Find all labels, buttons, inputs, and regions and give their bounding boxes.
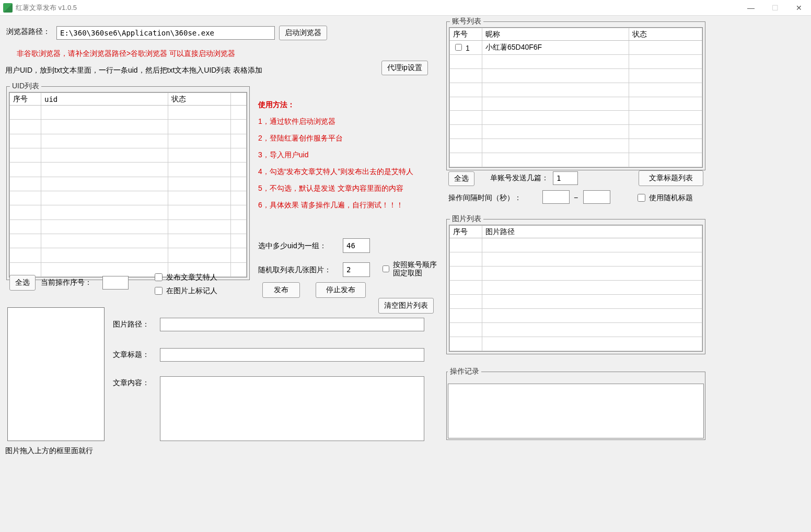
publish-button[interactable]: 发布 (262, 282, 300, 298)
rand-images-label: 随机取列表几张图片： (258, 265, 331, 275)
table-row[interactable] (10, 120, 247, 134)
uid-import-hint: 用户UID，放到txt文本里面，一行一条uid，然后把txt文本拖入UID列表 … (5, 66, 262, 75)
table-row[interactable]: 1小红薯65D40F6F (450, 41, 702, 55)
image-path-input[interactable] (160, 318, 424, 331)
table-row[interactable] (10, 134, 247, 148)
close-button[interactable]: ✕ (787, 0, 811, 15)
table-row[interactable] (10, 248, 247, 262)
img-col-index[interactable]: 序号 (450, 226, 482, 238)
log-legend: 操作记录 (448, 367, 481, 376)
table-row[interactable] (450, 54, 702, 68)
usage-step: 3，导入用户uid (258, 151, 436, 160)
table-row[interactable] (450, 323, 702, 337)
uid-table[interactable]: 序号 uid 状态 (9, 92, 247, 277)
article-title-label: 文章标题： (113, 350, 149, 360)
table-row[interactable] (450, 267, 702, 281)
rand-images-input[interactable] (343, 262, 370, 277)
uid-col-uid[interactable]: uid (41, 93, 168, 106)
account-list-legend: 账号列表 (450, 17, 483, 26)
uid-col-status[interactable]: 状态 (168, 93, 231, 106)
uid-col-index[interactable]: 序号 (10, 93, 41, 106)
app-icon (3, 3, 13, 13)
minimize-button[interactable]: — (739, 0, 763, 15)
interval-dash: − (574, 193, 578, 202)
account-select-all-button[interactable]: 全选 (448, 171, 474, 186)
interval-from-input[interactable] (542, 190, 570, 204)
acct-col-nick[interactable]: 昵称 (482, 28, 629, 41)
interval-label: 操作间隔时间（秒）： (448, 193, 522, 203)
image-path-label: 图片路径： (113, 320, 149, 329)
article-content-label: 文章内容： (113, 378, 149, 388)
image-list-legend: 图片列表 (450, 214, 483, 224)
window-title: 红薯文章发布 v1.0.5 (16, 3, 739, 13)
per-account-input[interactable] (553, 171, 578, 185)
account-list-group: 账号列表 序号 昵称 状态 1小红薯65D40F6F (446, 17, 705, 170)
group-size-label: 选中多少uid为一组： (258, 241, 327, 251)
table-row[interactable] (450, 309, 702, 323)
usage-step: 4，勾选“发布文章艾特人”则发布出去的是艾特人 (258, 167, 436, 177)
uid-list-group: UID列表 序号 uid 状态 (6, 82, 250, 280)
table-row[interactable] (450, 83, 702, 97)
account-table[interactable]: 序号 昵称 状态 1小红薯65D40F6F (449, 28, 702, 167)
clear-image-list-button[interactable]: 清空图片列表 (378, 298, 434, 314)
mark-image-checkbox[interactable]: 在图片上标记人 (153, 285, 217, 296)
title-list-button[interactable]: 文章标题列表 (639, 170, 703, 186)
launch-browser-button[interactable]: 启动浏览器 (279, 26, 327, 40)
table-row[interactable] (10, 163, 247, 177)
image-drop-hint: 图片拖入上方的框里面就行 (5, 446, 93, 456)
per-account-label: 单账号发送几篇： (490, 174, 549, 183)
usage-block: 使用方法： 1，通过软件启动浏览器2，登陆红薯创作服务平台3，导入用户uid4，… (258, 100, 436, 217)
log-group: 操作记录 (446, 367, 705, 440)
current-index-label: 当前操作序号： (41, 278, 92, 287)
acct-col-status[interactable]: 状态 (629, 28, 702, 41)
stop-publish-button[interactable]: 停止发布 (316, 282, 366, 298)
table-row[interactable] (10, 177, 247, 191)
table-row[interactable] (450, 139, 702, 153)
table-row[interactable] (10, 148, 247, 162)
interval-to-input[interactable] (583, 190, 610, 204)
group-size-input[interactable] (343, 238, 370, 253)
table-row[interactable] (450, 125, 702, 139)
usage-step: 2，登陆红薯创作服务平台 (258, 134, 436, 143)
table-row[interactable] (450, 295, 702, 309)
table-row[interactable] (450, 111, 702, 125)
browser-path-input[interactable] (56, 26, 275, 40)
image-drop-area[interactable] (7, 307, 105, 441)
titlebar: 红薯文章发布 v1.0.5 — ☐ ✕ (0, 0, 811, 16)
table-row[interactable] (450, 68, 702, 83)
usage-step: 6，具体效果 请多操作几遍，自行测试！！！ (258, 201, 436, 210)
table-row[interactable] (10, 191, 247, 205)
table-row[interactable] (10, 205, 247, 219)
maximize-button[interactable]: ☐ (763, 0, 787, 15)
current-index-input[interactable] (102, 276, 129, 290)
table-row[interactable] (450, 337, 702, 351)
uid-list-legend: UID列表 (10, 82, 41, 91)
article-title-input[interactable] (160, 348, 424, 362)
usage-step: 5，不勾选，默认是发送 文章内容里面的内容 (258, 184, 436, 193)
random-title-checkbox[interactable]: 使用随机标题 (635, 192, 693, 203)
article-content-textarea[interactable] (160, 376, 424, 441)
usage-title: 使用方法： (258, 100, 436, 110)
fixed-order-checkbox[interactable]: 按照账号顺序固定取图 (380, 260, 439, 277)
table-row[interactable] (450, 281, 702, 295)
image-table[interactable]: 序号 图片路径 (449, 225, 702, 351)
table-row[interactable] (10, 106, 247, 120)
table-row[interactable] (450, 153, 702, 167)
uid-select-all-button[interactable]: 全选 (9, 275, 36, 291)
table-row[interactable] (450, 252, 702, 267)
table-row[interactable] (450, 97, 702, 111)
img-col-path[interactable]: 图片路径 (482, 226, 702, 238)
table-row[interactable] (450, 238, 702, 252)
table-row[interactable] (10, 219, 247, 234)
usage-step: 1，通过软件启动浏览器 (258, 117, 436, 126)
proxy-settings-button[interactable]: 代理ip设置 (381, 61, 428, 75)
browser-hint-text: 非谷歌浏览器，请补全浏览器路径>谷歌浏览器 可以直接启动浏览器 (17, 49, 235, 59)
row-checkbox[interactable] (455, 44, 462, 51)
table-row[interactable] (10, 234, 247, 248)
log-textarea[interactable] (448, 384, 704, 438)
acct-col-index[interactable]: 序号 (450, 28, 482, 41)
browser-path-label: 浏览器路径： (6, 27, 50, 37)
publish-at-checkbox[interactable]: 发布文章艾特人 (153, 272, 217, 283)
image-list-group: 图片列表 序号 图片路径 (446, 214, 705, 354)
